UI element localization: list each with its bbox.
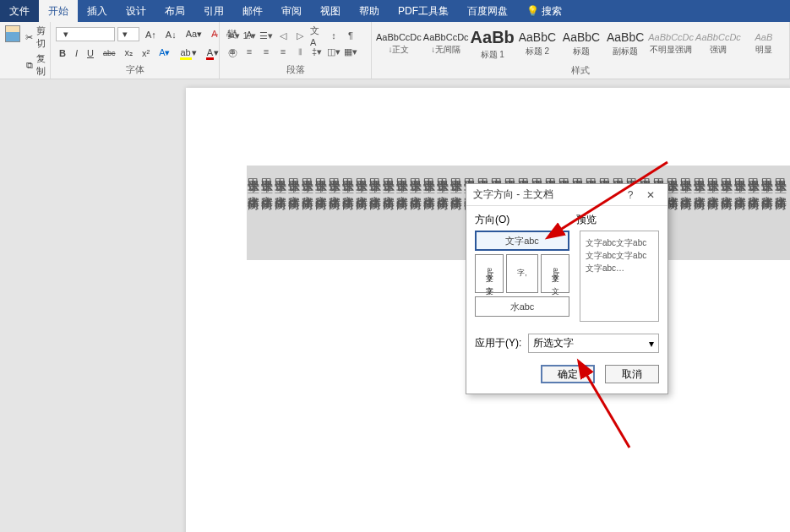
style-sample: AaBbCcDc [648,32,694,42]
dialog-titlebar[interactable]: 文字方向 - 主文档 ? ✕ [466,184,667,206]
style-sample: AaBbC [607,30,644,44]
group-clipboard: ✂ 剪切 ⧉ 复制 🖌 格式刷 剪贴板 [0,22,51,79]
text-column: 甲虫课堂 字体横向 [733,166,747,260]
line-spacing-button[interactable]: ‡▾ [309,45,324,58]
text-column: 甲虫课堂 字体横向 [314,166,328,260]
strike-button[interactable]: abc [100,47,119,59]
distribute-button[interactable]: ⫴ [292,45,308,58]
tab-insert[interactable]: 插入 [78,0,117,22]
style-name: ↓无间隔 [431,44,460,56]
group-styles: AaBbCcDc↓正文AaBbCcDc↓无间隔AaBb标题 1AaBbC标题 2… [372,22,790,79]
help-button[interactable]: ? [620,187,640,204]
apply-to-value: 所选文字 [533,336,574,350]
style-item-4[interactable]: AaBbC标题 [559,24,603,64]
style-item-0[interactable]: AaBbCcDc↓正文 [375,24,422,64]
tab-file[interactable]: 文件 [0,0,39,22]
orientation-label: 方向(O) [475,213,576,227]
multilevel-list-button[interactable]: ☰▾ [259,29,274,42]
style-sample: AaB [755,32,773,42]
close-button[interactable]: ✕ [640,187,661,204]
tab-design[interactable]: 设计 [117,0,155,22]
change-case-button[interactable]: Aa▾ [183,27,205,41]
align-right-button[interactable]: ≡ [259,45,274,58]
dialog-title: 文字方向 - 主文档 [473,187,620,202]
style-item-3[interactable]: AaBbC标题 2 [515,24,559,64]
text-column: 甲虫课堂 字体横向 [287,166,301,260]
underline-button[interactable]: U [84,46,97,60]
orientation-option-vertical-3[interactable]: 文字abc文 [541,254,569,293]
tab-mail[interactable]: 邮件 [233,0,272,22]
text-column: 甲虫课堂 字体横向 [395,166,409,260]
copy-button[interactable]: ⧉ 复制 [24,52,51,79]
shrink-font-button[interactable]: A↓ [162,28,180,41]
font-family-select[interactable]: ▾ [56,27,115,41]
style-sample: AaBbCcDc [695,32,741,42]
scissors-icon: ✂ [25,31,34,43]
style-item-7[interactable]: AaBbCcDc强调 [695,24,742,64]
text-column: 甲虫课堂 字体横向 [355,166,368,260]
style-sample: AaBbC [563,30,600,44]
orientation-option-vertical-2[interactable]: 字, [506,254,538,293]
orientation-option-horizontal[interactable]: 文字abc [475,231,569,251]
apply-to-select[interactable]: 所选文字 ▾ [528,334,659,353]
text-direction-dialog: 文字方向 - 主文档 ? ✕ 方向(O) 预览 文字abc 文字abc文字 字,… [466,183,668,394]
subscript-button[interactable]: x₂ [121,46,136,60]
cancel-button[interactable]: 取消 [605,365,659,383]
decrease-indent-button[interactable]: ◁ [275,29,291,42]
chevron-down-icon: ▾ [649,338,654,350]
style-item-2[interactable]: AaBb标题 1 [470,24,515,64]
text-column: 甲虫课堂 字体横向 [679,166,693,260]
search-label: 搜索 [542,4,562,19]
style-sample: AaBbCcDc [376,32,422,42]
align-center-button[interactable]: ≡ [242,45,257,58]
tab-layout[interactable]: 布局 [155,0,194,22]
style-item-1[interactable]: AaBbCcDc↓无间隔 [422,24,470,64]
orientation-option-vertical-1[interactable]: 文字abc文字 [475,254,504,293]
show-marks-button[interactable]: ¶ [343,29,358,42]
text-direction-button[interactable]: 文A [309,29,324,42]
orientation-option-rotated[interactable]: 水abc [475,296,569,317]
tab-review[interactable]: 审阅 [272,0,311,22]
grow-font-button[interactable]: A↑ [142,28,160,41]
paste-icon [5,25,20,42]
style-item-6[interactable]: AaBbCcDc不明显强调 [647,24,695,64]
paragraph-group-label: 段落 [223,63,368,77]
text-column: 甲虫课堂 字体横向 [747,166,760,260]
text-column: 甲虫课堂 字体横向 [720,166,733,260]
text-column: 甲虫课堂 字体横向 [328,166,341,260]
styles-group-label: 样式 [375,64,786,78]
tab-home[interactable]: 开始 [39,0,78,22]
shading-button[interactable]: ◫▾ [326,45,341,58]
align-justify-button[interactable]: ≡ [275,45,291,58]
text-column: 甲虫课堂 字体横向 [760,166,774,260]
sort-button[interactable]: ↕ [326,29,341,42]
tab-baidu[interactable]: 百度网盘 [458,0,517,22]
tab-references[interactable]: 引用 [194,0,233,22]
bullet-list-button[interactable]: ≔▾ [225,29,240,42]
text-column: 甲虫课堂 字体横向 [422,166,436,260]
superscript-button[interactable]: x² [139,46,153,60]
tab-pdf[interactable]: PDF工具集 [389,0,458,22]
tab-search[interactable]: 💡 搜索 [517,0,571,22]
text-column: 甲虫课堂 字体横向 [449,166,463,260]
text-column: 甲虫课堂 字体横向 [693,166,706,260]
number-list-button[interactable]: 1.▾ [242,29,257,42]
paste-button[interactable] [3,24,22,46]
text-effects-button[interactable]: A▾ [155,46,173,60]
highlight-button[interactable]: ab▾ [177,46,200,60]
font-size-select[interactable]: ▾ [117,27,139,41]
increase-indent-button[interactable]: ▷ [292,29,308,42]
tab-view[interactable]: 视图 [311,0,350,22]
ok-button[interactable]: 确定 [541,365,595,383]
style-name: 副标题 [613,46,638,57]
borders-button[interactable]: ▦▾ [343,45,358,58]
tab-help[interactable]: 帮助 [350,0,389,22]
style-item-8[interactable]: AaB明显 [742,24,786,64]
group-font: ▾ ▾ A↑ A↓ Aa▾ A̶ 變 A B I U abc x₂ x² A▾ [51,22,220,79]
style-item-5[interactable]: AaBbC副标题 [603,24,647,64]
align-left-button[interactable]: ≡ [225,45,240,58]
cut-button[interactable]: ✂ 剪切 [24,24,51,51]
italic-button[interactable]: I [72,46,81,60]
bold-button[interactable]: B [56,46,69,60]
text-column: 甲虫课堂 字体横向 [436,166,449,260]
